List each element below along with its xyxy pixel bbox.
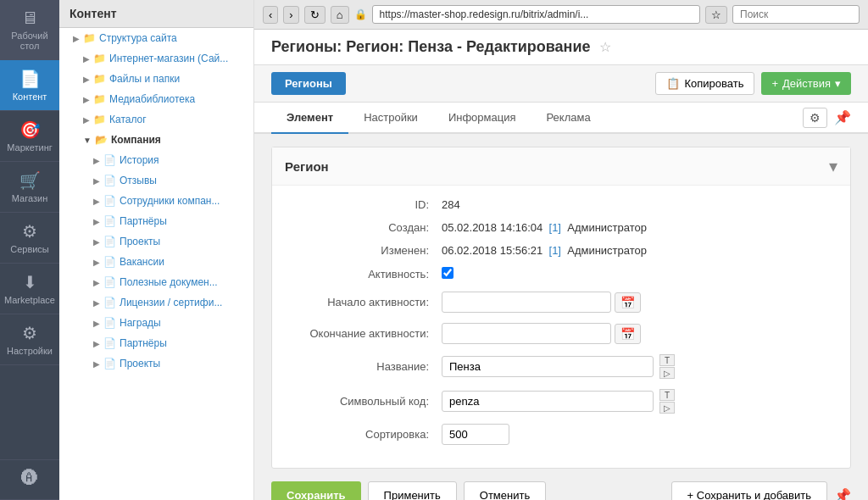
tree-item-documents[interactable]: ▶ 📄 Полезные докумен...: [59, 272, 253, 292]
arrow-icon: ▶: [93, 176, 100, 186]
save-button[interactable]: Сохранить: [271, 481, 361, 500]
pin-icon[interactable]: 📌: [834, 109, 851, 125]
active-checkbox[interactable]: [442, 267, 453, 279]
name-translate-button[interactable]: T: [659, 354, 675, 366]
copy-label: Копировать: [684, 77, 743, 90]
tree-item-partners2[interactable]: ▶ 📄 Партнёры: [59, 333, 253, 353]
save-add-button[interactable]: + Сохранить и добавить: [671, 481, 827, 500]
favorite-icon[interactable]: ☆: [599, 39, 611, 55]
tree-item-projects2[interactable]: ▶ 📄 Проекты: [59, 353, 253, 374]
tree-item-licenses[interactable]: ▶ 📄 Лицензии / сертифи...: [59, 292, 253, 313]
modified-user-id[interactable]: [1]: [549, 244, 561, 257]
field-name: Название: T ▷: [289, 354, 833, 379]
field-created: Создан: 05.02.2018 14:16:04 [1] Админист…: [289, 221, 833, 234]
code-input[interactable]: [442, 391, 654, 412]
folder-icon: 📁: [93, 73, 106, 85]
active-from-calendar-button[interactable]: 📅: [615, 292, 641, 313]
tab-settings[interactable]: Настройки: [348, 103, 433, 134]
sidebar-item-content[interactable]: 📄 Контент: [0, 60, 59, 111]
sidebar-item-settings[interactable]: ⚙ Настройки: [0, 314, 59, 365]
copy-button[interactable]: 📋 Копировать: [655, 72, 754, 95]
active-from-value: 📅: [442, 292, 641, 313]
toolbar: Регионы 📋 Копировать + Действия ▾: [254, 65, 868, 103]
code-copy-button[interactable]: ▷: [659, 402, 675, 414]
modified-label: Изменен:: [289, 244, 442, 257]
sidebar-item-desktop[interactable]: 🖥 Рабочий стол: [0, 0, 59, 60]
forward-button[interactable]: ›: [283, 6, 298, 24]
search-input[interactable]: [732, 5, 860, 24]
code-value: T ▷: [442, 389, 675, 414]
apply-button[interactable]: Применить: [368, 481, 457, 500]
collapse-button[interactable]: ▾: [829, 156, 837, 176]
page-title: Регионы: Регион: Пенза - Редактирование: [271, 38, 591, 56]
tree-item-eshop[interactable]: ▶ 📁 Интернет-магазин (Сай...: [59, 48, 253, 69]
cancel-button[interactable]: Отменить: [464, 481, 546, 500]
refresh-button[interactable]: ↻: [304, 6, 326, 24]
bookmark-button[interactable]: ☆: [705, 6, 727, 24]
sidebar-label-shop: Магазин: [12, 193, 47, 203]
tree-item-reviews[interactable]: ▶ 📄 Отзывы: [59, 170, 253, 191]
tree-item-projects1[interactable]: ▶ 📄 Проекты: [59, 231, 253, 252]
tree-item-vacancies[interactable]: ▶ 📄 Вакансии: [59, 252, 253, 272]
dropdown-arrow-icon: ▾: [835, 77, 841, 90]
settings-icon: ⚙: [22, 323, 37, 343]
tab-element[interactable]: Элемент: [271, 103, 348, 134]
arrow-icon: ▶: [93, 258, 100, 267]
footer-right: + Сохранить и добавить 📌: [671, 481, 851, 500]
regions-button[interactable]: Регионы: [271, 72, 346, 95]
sidebar-item-services[interactable]: ⚙ Сервисы: [0, 213, 59, 264]
name-copy-button[interactable]: ▷: [659, 367, 675, 379]
page-icon: 📄: [103, 297, 116, 308]
arrow-icon: ▶: [83, 95, 90, 104]
sidebar-item-shop[interactable]: 🛒 Магазин: [0, 162, 59, 213]
page-icon: 📄: [103, 236, 116, 247]
tree-item-awards[interactable]: ▶ 📄 Награды: [59, 313, 253, 333]
home-button[interactable]: ⌂: [331, 6, 349, 24]
tree-item-company[interactable]: ▼ 📂 Компания: [59, 130, 253, 150]
sidebar-item-marketplace[interactable]: ⬇ Marketplace: [0, 264, 59, 314]
tree-item-media[interactable]: ▶ 📁 Медиабиблиотека: [59, 89, 253, 109]
back-button[interactable]: ‹: [263, 6, 278, 24]
tree-label: Вакансии: [120, 256, 164, 268]
tree-label: Проекты: [120, 236, 160, 247]
tree-item-catalog[interactable]: ▶ 📁 Каталог: [59, 109, 253, 130]
sort-label: Сортировка:: [289, 428, 442, 441]
sidebar-item-marketing[interactable]: 🎯 Маркетинг: [0, 111, 59, 162]
name-input[interactable]: [442, 356, 654, 377]
sidebar-label-marketplace: Marketplace: [4, 295, 55, 305]
sort-input[interactable]: [442, 424, 509, 445]
active-to-calendar-button[interactable]: 📅: [615, 324, 641, 344]
tree-label: Интернет-магазин (Сай...: [109, 53, 228, 64]
tree-item-files[interactable]: ▶ 📁 Файлы и папки: [59, 69, 253, 89]
tree-label: Отзывы: [120, 175, 157, 186]
active-from-input[interactable]: [442, 292, 611, 313]
url-bar[interactable]: [372, 5, 700, 24]
active-to-input[interactable]: [442, 323, 611, 344]
page-icon: 📄: [103, 317, 116, 329]
tab-advertising[interactable]: Реклама: [531, 103, 605, 134]
footer-pin-icon[interactable]: 📌: [834, 487, 851, 500]
actions-button[interactable]: + Действия ▾: [761, 72, 851, 95]
folder-icon: 📁: [93, 114, 106, 125]
content-icon: 📄: [19, 69, 41, 89]
desktop-icon: 🖥: [21, 8, 38, 28]
tree-item-employees[interactable]: ▶ 📄 Сотрудники компан...: [59, 191, 253, 211]
tree-item-site-structure[interactable]: ▶ 📁 Структура сайта: [59, 28, 253, 48]
sidebar-label-marketing: Маркетинг: [7, 142, 52, 153]
code-translate-button[interactable]: T: [659, 389, 675, 401]
tab-information[interactable]: Информация: [433, 103, 531, 134]
arrow-icon: ▶: [93, 339, 100, 348]
gear-button[interactable]: ⚙: [803, 108, 827, 128]
tree-label: Лицензии / сертифи...: [120, 297, 222, 308]
page-title-bar: Регионы: Регион: Пенза - Редактирование …: [254, 30, 868, 65]
id-value: 284: [442, 198, 460, 211]
tree-item-history[interactable]: ▶ 📄 История: [59, 150, 253, 170]
tree-item-partners1[interactable]: ▶ 📄 Партнёры: [59, 211, 253, 231]
plus-icon: +: [771, 77, 778, 90]
page-icon: 📄: [103, 276, 116, 288]
sidebar-item-user[interactable]: 🅐: [0, 459, 59, 500]
name-extra-icons: T ▷: [659, 354, 675, 379]
arrow-icon: ▶: [83, 115, 90, 125]
code-label: Символьный код:: [289, 395, 442, 408]
created-user-id[interactable]: [1]: [549, 221, 561, 234]
